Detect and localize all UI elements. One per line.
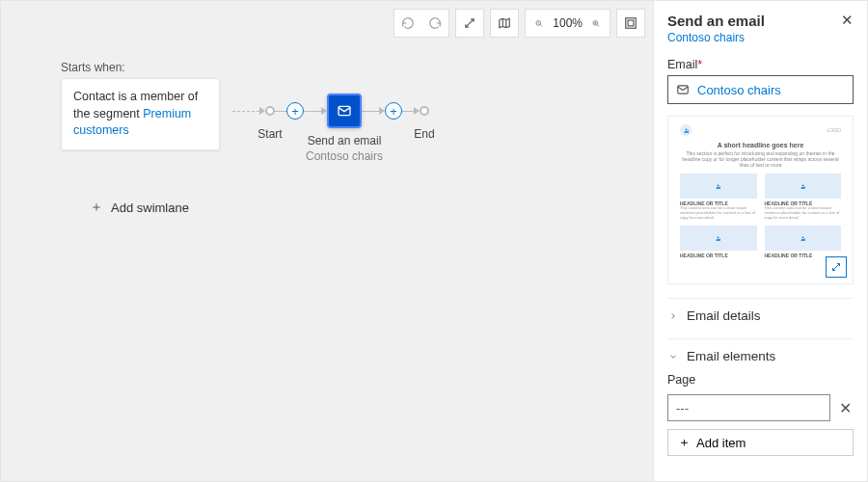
preview-tile: HEADLINE OR TITLE This content area can … [765, 174, 842, 220]
fullscreen-icon [624, 16, 637, 30]
preview-tile-desc: This content area can be a short teaser … [680, 206, 757, 220]
email-node-subtitle: Contoso chairs [306, 149, 383, 165]
journey-flow: Start + Send an email Contoso chairs + [232, 94, 429, 128]
preview-tile-desc: This content area can be a short teaser … [765, 206, 842, 220]
svg-point-15 [718, 184, 719, 186]
end-node-label: End [414, 127, 434, 141]
svg-line-0 [466, 19, 474, 27]
add-item-label: Add item [696, 436, 746, 450]
email-node[interactable]: Send an email Contoso chairs [327, 94, 362, 128]
zoom-in-button[interactable] [586, 10, 606, 37]
email-lookup-value: Contoso chairs [697, 83, 781, 97]
start-node-label: Start [258, 127, 282, 141]
zoom-out-button[interactable] [529, 10, 549, 37]
add-node-after-button[interactable]: + [385, 102, 402, 120]
email-preview: LOGO A short headline goes here This sec… [667, 116, 854, 284]
page-lookup-value: --- [676, 401, 689, 415]
chevron-right-icon [667, 310, 679, 322]
svg-point-14 [685, 128, 687, 130]
starts-when-label: Starts when: [61, 61, 125, 74]
email-details-section-header[interactable]: Email details [667, 298, 854, 329]
mail-icon [676, 83, 690, 96]
properties-panel: Send an email Contoso chairs ✕ Email* Co… [653, 1, 867, 481]
fullscreen-button[interactable] [617, 10, 644, 37]
fit-button[interactable] [456, 10, 483, 37]
svg-point-16 [801, 184, 803, 186]
page-field-label: Page [667, 373, 854, 387]
canvas-toolbar: 100% [393, 9, 645, 38]
connector-line [362, 111, 379, 112]
minimap-button-group [490, 9, 519, 38]
undo-redo-group [393, 9, 449, 38]
fit-button-group [455, 9, 484, 38]
add-swimlane-label: Add swimlane [111, 201, 189, 215]
email-details-title: Email details [687, 308, 761, 323]
panel-header: Send an email Contoso chairs ✕ [667, 13, 854, 44]
redo-icon [428, 16, 442, 30]
svg-point-17 [718, 236, 719, 238]
preview-tile: HEADLINE OR TITLE This content area can … [680, 174, 757, 220]
chevron-down-icon [667, 351, 679, 362]
email-node-tile[interactable] [327, 94, 362, 128]
fullscreen-button-group [616, 9, 645, 38]
connector-line [402, 111, 414, 112]
fit-icon [463, 16, 476, 30]
image-placeholder-icon [797, 232, 808, 244]
panel-title: Send an email [667, 13, 765, 29]
mail-icon [337, 103, 352, 119]
image-placeholder-icon [713, 180, 724, 192]
zoom-level: 100% [553, 16, 583, 30]
zoom-out-icon [535, 17, 543, 30]
connector-dashed [232, 111, 259, 112]
image-placeholder-icon [713, 232, 724, 244]
app-root: 100% Starts when: Contact is a member of… [0, 0, 868, 482]
email-node-caption: Send an email Contoso chairs [306, 134, 383, 164]
email-field-label: Email* [667, 58, 854, 71]
add-item-button[interactable]: ＋ Add item [667, 429, 854, 456]
trigger-card[interactable]: Contact is a member of the segment Premi… [61, 78, 220, 150]
minimap-button[interactable] [491, 10, 518, 37]
start-node[interactable]: Start [265, 106, 275, 116]
svg-rect-11 [628, 20, 634, 26]
svg-line-4 [540, 24, 542, 26]
zoom-in-icon [592, 17, 600, 30]
add-node-before-button[interactable]: + [286, 102, 304, 120]
email-elements-section-header[interactable]: Email elements [667, 338, 854, 369]
email-field-label-text: Email [667, 58, 697, 71]
email-lookup-field[interactable]: Contoso chairs [667, 75, 854, 104]
connector-line [304, 111, 321, 112]
preview-tile: HEADLINE OR TITLE [765, 226, 842, 258]
preview-headline: A short headline goes here [680, 142, 841, 148]
expand-preview-button[interactable] [826, 256, 847, 278]
email-elements-title: Email elements [687, 349, 775, 363]
required-indicator: * [697, 58, 702, 71]
preview-body: This section is perfect for introducing … [680, 150, 841, 168]
end-dot-icon [420, 106, 429, 116]
zoom-group: 100% [525, 9, 610, 38]
undo-icon [401, 16, 415, 30]
preview-logo-label: LOGO [827, 127, 841, 133]
page-lookup-field[interactable]: --- [667, 394, 830, 421]
page-field-row: --- ✕ [667, 394, 854, 421]
panel-subtitle-link[interactable]: Contoso chairs [667, 31, 765, 44]
plus-icon: ＋ [678, 434, 691, 451]
svg-rect-10 [626, 18, 637, 29]
preview-tile: HEADLINE OR TITLE [680, 226, 757, 258]
undo-button[interactable] [394, 10, 421, 37]
image-placeholder-icon [680, 124, 692, 136]
svg-line-19 [833, 264, 840, 271]
plus-icon: ＋ [90, 199, 103, 216]
redo-button[interactable] [421, 10, 448, 37]
start-dot-icon [265, 106, 275, 116]
expand-icon [830, 261, 842, 273]
page-clear-button[interactable]: ✕ [836, 399, 854, 417]
svg-line-7 [597, 24, 599, 26]
image-placeholder-icon [797, 180, 808, 192]
panel-close-button[interactable]: ✕ [841, 13, 854, 27]
map-icon [498, 16, 511, 30]
end-node[interactable]: End [420, 106, 429, 116]
journey-canvas[interactable]: 100% Starts when: Contact is a member of… [1, 1, 653, 481]
preview-tile-title: HEADLINE OR TITLE [680, 253, 757, 258]
email-node-title: Send an email [306, 134, 383, 149]
add-swimlane-button[interactable]: ＋ Add swimlane [90, 199, 189, 216]
